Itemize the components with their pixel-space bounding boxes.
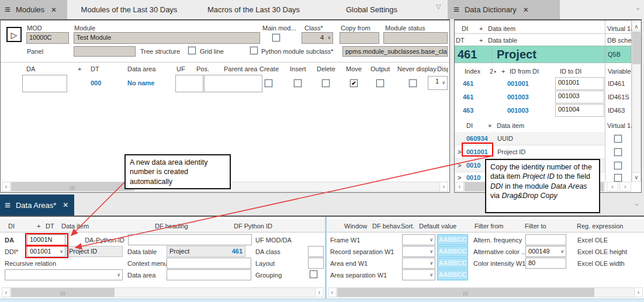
scroll-left-icon[interactable]: ‹ xyxy=(2,182,11,192)
data-area-cell[interactable]: No name xyxy=(127,79,154,86)
index-sort-badge[interactable]: 2▲ xyxy=(490,68,497,75)
context-menu-field[interactable] xyxy=(167,258,251,269)
df-behav-select[interactable]: ∨ xyxy=(402,246,435,257)
default-color-field[interactable]: AABBCC xyxy=(437,258,468,269)
scroll-left-icon[interactable]: ‹ xyxy=(328,287,337,297)
default-color-field[interactable]: AABBCC xyxy=(437,234,468,245)
tab-macros-last-30-days[interactable]: Macros of the Last 30 Days xyxy=(202,0,306,19)
collapse-chevron-icon[interactable]: ⌄ xyxy=(635,3,641,12)
grid-line-checkbox[interactable] xyxy=(188,47,196,54)
id-from-cell[interactable]: 001003 xyxy=(507,107,529,114)
scroll-left-icon[interactable]: ‹ xyxy=(455,182,464,192)
expand-icon[interactable]: > xyxy=(458,162,461,169)
delete-checkbox[interactable] xyxy=(322,79,330,87)
pos-cell-input[interactable] xyxy=(204,75,262,92)
display-select[interactable]: 1 ∨ xyxy=(428,76,448,90)
recursive-relation-select[interactable]: ∨ xyxy=(5,269,123,280)
move-checkbox[interactable]: ✔ xyxy=(350,79,358,87)
mod-field[interactable]: 10000C xyxy=(26,32,69,44)
grouping-checkbox[interactable] xyxy=(310,270,317,278)
scroll-left-icon[interactable]: ‹ xyxy=(2,287,11,297)
menu-icon[interactable]: ≡ xyxy=(453,5,459,15)
virtual-checkbox[interactable] xyxy=(614,174,622,182)
item-di-cell[interactable]: 0010 xyxy=(466,162,480,169)
right-hscroll-thumb[interactable]: ||| xyxy=(337,288,594,297)
flag-dropdown-icon[interactable]: ▽ xyxy=(436,3,441,11)
virtual-checkbox[interactable] xyxy=(614,148,622,156)
tab-modules[interactable]: ≡ Modules ✕ xyxy=(0,0,67,19)
df-behav-select[interactable]: ∨ xyxy=(402,258,435,269)
uf-cell-input[interactable] xyxy=(175,75,203,92)
altern-frequency-field[interactable] xyxy=(525,234,566,245)
item-di-cell[interactable]: 0010 xyxy=(466,174,480,181)
tab-modules-last-30-days[interactable]: Modules of the Last 30 Days xyxy=(75,0,183,19)
close-icon[interactable]: ✕ xyxy=(63,201,68,209)
scroll-right-icon[interactable]: › xyxy=(634,287,643,297)
create-checkbox[interactable] xyxy=(265,79,272,87)
plus-control[interactable]: + xyxy=(479,25,483,32)
expand-icon[interactable]: > xyxy=(458,174,461,181)
menu-icon[interactable]: ≡ xyxy=(5,5,11,15)
plus-control[interactable]: + xyxy=(78,65,81,72)
pager-left-icon[interactable]: ‹ xyxy=(607,182,618,192)
id-from-cell[interactable]: 001003 xyxy=(507,93,529,100)
default-color-field[interactable]: AABBCC xyxy=(437,269,468,280)
menu-icon[interactable]: ≡ xyxy=(5,200,11,210)
plus-control[interactable]: + xyxy=(37,223,40,230)
plus-control[interactable]: + xyxy=(488,122,491,129)
alternative-color-select[interactable]: 000149 ∨ xyxy=(525,246,566,257)
expand-icon[interactable]: > xyxy=(458,148,461,155)
run-module-button[interactable]: ▷ xyxy=(6,27,22,42)
item-di-cell[interactable]: 001001 xyxy=(466,148,488,155)
scroll-down-icon[interactable]: ∨ xyxy=(632,172,641,182)
left-hscroll-thumb[interactable]: ||| xyxy=(11,288,115,297)
virtual-checkbox[interactable] xyxy=(614,162,622,169)
python-subclass-field[interactable]: ppms.module_subclasses.base_clas xyxy=(342,46,448,57)
da-class-field[interactable] xyxy=(308,246,324,257)
df-behav-select[interactable]: ∨ xyxy=(402,269,435,280)
dt-cell[interactable]: 000 xyxy=(91,79,101,86)
module-status-field[interactable] xyxy=(383,32,448,44)
pager-right-icon[interactable]: › xyxy=(619,182,631,192)
da-python-id-field[interactable] xyxy=(128,234,252,245)
never-display-checkbox[interactable] xyxy=(409,79,417,87)
scroll-right-icon[interactable]: › xyxy=(439,182,448,192)
index-cell[interactable]: 463 xyxy=(463,107,473,114)
scroll-right-icon[interactable]: › xyxy=(315,287,324,297)
id-to-cell[interactable]: 001003 xyxy=(555,91,604,103)
modules-hscroll-thumb[interactable]: ||| xyxy=(11,182,134,191)
output-checkbox[interactable] xyxy=(376,79,384,87)
close-icon[interactable]: ✕ xyxy=(51,6,57,14)
item-name-cell[interactable]: Project ID xyxy=(497,148,525,155)
tab-global-settings[interactable]: Global Settings xyxy=(334,0,409,19)
collapse-chevron-icon[interactable]: ⌄ xyxy=(633,199,640,207)
da-id-field[interactable]: 10001N xyxy=(27,234,65,245)
default-color-field[interactable]: AABBCC xyxy=(437,246,468,257)
tab-data-dictionary[interactable]: ≡ Data Dictionary ✕ xyxy=(448,0,560,19)
python-subclass-checkbox[interactable] xyxy=(250,47,258,54)
item-name-cell[interactable]: UUID xyxy=(497,135,513,142)
scroll-up-icon[interactable]: ∧ xyxy=(632,22,641,30)
color-intensity-field[interactable]: 80 xyxy=(525,258,566,269)
module-name-field[interactable]: Test Module xyxy=(74,32,260,44)
tab-data-areas[interactable]: ≡ Data Areas* ✕ xyxy=(0,195,74,216)
id-from-cell[interactable]: 001001 xyxy=(507,80,529,87)
close-icon[interactable]: ✕ xyxy=(523,6,529,14)
virtual-checkbox[interactable] xyxy=(614,135,622,143)
panel-field[interactable] xyxy=(74,46,136,57)
id-to-cell[interactable]: 001001 xyxy=(555,77,604,90)
copy-from-field[interactable] xyxy=(340,32,379,44)
df-behav-select[interactable]: ∨ xyxy=(402,234,435,245)
insert-checkbox[interactable] xyxy=(294,79,302,87)
id-to-cell[interactable]: 001004 xyxy=(555,104,604,117)
index-cell[interactable]: 461 xyxy=(463,80,473,87)
item-di-cell[interactable]: 060934 xyxy=(466,135,488,142)
da-cell-input[interactable] xyxy=(22,75,67,92)
ddi-field[interactable]: 001001 ∨ xyxy=(27,246,65,257)
dict-vscroll-thumb[interactable] xyxy=(632,32,640,64)
index-cell[interactable]: 461 xyxy=(463,93,473,100)
plus-control[interactable]: + xyxy=(501,68,505,75)
data-area-field[interactable] xyxy=(167,269,251,280)
class-select[interactable]: 4 ∨ xyxy=(302,32,333,44)
plus-control[interactable]: + xyxy=(479,37,483,44)
